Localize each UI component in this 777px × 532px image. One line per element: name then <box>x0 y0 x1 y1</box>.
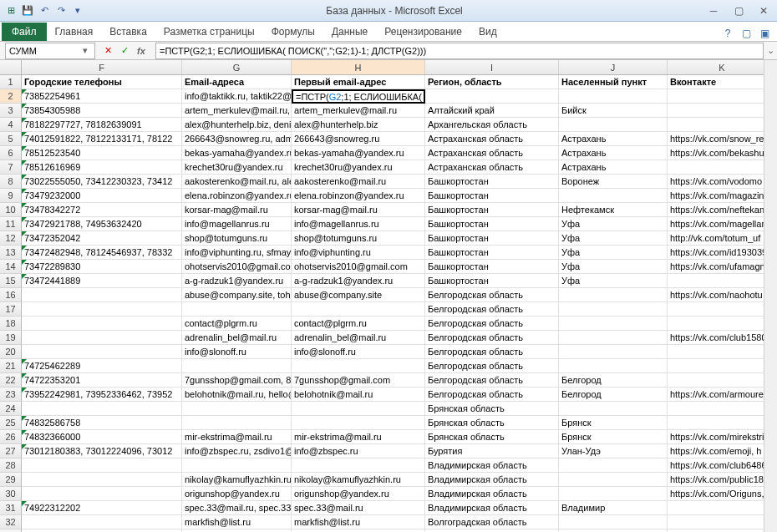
cell[interactable]: Email-адреса <box>182 75 292 89</box>
row-header[interactable]: 10 <box>0 203 22 217</box>
cell[interactable]: Уфа <box>559 260 668 274</box>
cell[interactable] <box>292 302 425 317</box>
cell[interactable]: belohotnik@mail.ru <box>292 388 425 402</box>
cell[interactable] <box>559 302 668 317</box>
cell[interactable]: https://vk.com/magellan <box>668 217 777 231</box>
excel-icon[interactable]: ⊞ <box>3 3 18 18</box>
name-box[interactable]: СУММ ▾ <box>5 43 95 59</box>
cell[interactable]: 73852254961 <box>22 89 182 104</box>
maximize-button[interactable]: ▢ <box>729 4 749 18</box>
cell[interactable]: Башкортостан <box>425 260 559 274</box>
row-header[interactable]: 4 <box>0 118 22 132</box>
cell[interactable]: Брянск <box>559 430 668 444</box>
cell[interactable]: spec.33@mail.ru <box>292 501 425 515</box>
cell[interactable]: elena.robinzon@yandex.ru <box>292 189 425 203</box>
row-header[interactable]: 30 <box>0 487 22 501</box>
cell[interactable]: alex@hunterhelp.biz, denis@hunterhelp <box>182 118 292 132</box>
cell[interactable]: info@zbspec.ru, zsdivo1@mail. <box>182 444 292 459</box>
cell[interactable]: aakosterenko@mail.ru <box>292 175 425 189</box>
cell[interactable]: https://vk.com/emoji, h <box>668 444 777 459</box>
row-header[interactable]: 29 <box>0 473 22 487</box>
undo-icon[interactable]: ↶ <box>37 3 52 18</box>
cell[interactable] <box>22 515 182 529</box>
select-all-corner[interactable] <box>0 60 22 74</box>
cell[interactable]: Астраханская область <box>425 146 559 160</box>
cell[interactable]: info@slonoff.ru <box>182 345 292 359</box>
cell[interactable]: bekas-yamaha@yandex.ru <box>292 146 425 160</box>
cell[interactable] <box>668 373 777 388</box>
cell[interactable] <box>22 302 182 317</box>
column-header[interactable]: J <box>559 60 668 74</box>
cell[interactable]: Архангельская область <box>425 118 559 132</box>
cell[interactable] <box>668 160 777 175</box>
cell[interactable]: 74832586758 <box>22 416 182 430</box>
cell[interactable] <box>182 359 292 373</box>
ribbon-tab[interactable]: Главная <box>47 23 102 41</box>
row-header[interactable]: 14 <box>0 260 22 274</box>
row-header[interactable]: 21 <box>0 359 22 373</box>
cell[interactable] <box>668 416 777 430</box>
cell[interactable]: Уфа <box>559 246 668 260</box>
cell[interactable]: abuse@company.site, tohunt31 <box>182 288 292 302</box>
save-icon[interactable]: 💾 <box>20 3 35 18</box>
cell[interactable] <box>22 459 182 473</box>
cell[interactable]: https://vk.com/magazin <box>668 189 777 203</box>
cell[interactable]: Белгородская область <box>425 288 559 302</box>
cell[interactable]: Башкортостан <box>425 203 559 217</box>
cell[interactable]: Белгородская область <box>425 345 559 359</box>
cell[interactable]: Вконтакте <box>668 75 777 89</box>
cell[interactable]: 78512616969 <box>22 160 182 175</box>
cell[interactable] <box>559 487 668 501</box>
cell[interactable]: Белгородская область <box>425 331 559 345</box>
cell[interactable] <box>559 89 668 104</box>
cell[interactable]: markfish@list.ru <box>182 515 292 529</box>
cell[interactable]: https://vk.com/public18 <box>668 473 777 487</box>
cell[interactable]: contact@plgrm.ru <box>182 317 292 331</box>
cell[interactable]: Белгородская область <box>425 388 559 402</box>
cell[interactable]: markfish@list.ru <box>292 515 425 529</box>
qat-dropdown-icon[interactable]: ▾ <box>70 3 85 18</box>
cell[interactable]: 73472441889 <box>22 274 182 288</box>
cell[interactable] <box>22 331 182 345</box>
cell[interactable] <box>668 501 777 515</box>
cell[interactable]: https://vk.com/id193039 <box>668 246 777 260</box>
cell[interactable]: https://vk.com/armoure <box>668 388 777 402</box>
cell[interactable]: Астраханская область <box>425 132 559 146</box>
cell[interactable]: Башкортостан <box>425 274 559 288</box>
row-header[interactable]: 25 <box>0 416 22 430</box>
row-header[interactable]: 15 <box>0 274 22 288</box>
cell[interactable]: mir-ekstrima@mail.ru <box>292 430 425 444</box>
cell[interactable]: Башкортостан <box>425 175 559 189</box>
cell[interactable]: 74832366000 <box>22 430 182 444</box>
cell[interactable]: https://vk.com/naohotu <box>668 288 777 302</box>
row-header[interactable]: 31 <box>0 501 22 515</box>
cell[interactable]: 74012591822, 78122133171, 78122 <box>22 132 182 146</box>
cell[interactable]: info@magellanrus.ru <box>292 217 425 231</box>
cell[interactable]: 74725462289 <box>22 359 182 373</box>
cell[interactable]: 73472289830 <box>22 260 182 274</box>
cell[interactable]: Регион, область <box>425 75 559 89</box>
cell[interactable]: https://vk.com/neftekan <box>668 203 777 217</box>
row-header[interactable]: 28 <box>0 459 22 473</box>
ribbon-tab[interactable]: Вставка <box>101 23 155 41</box>
minimize-button[interactable]: ─ <box>703 4 724 18</box>
cell[interactable]: Волгоградская область <box>425 515 559 529</box>
cell[interactable] <box>292 416 425 430</box>
row-header[interactable]: 19 <box>0 331 22 345</box>
cell[interactable]: 78512523540 <box>22 146 182 160</box>
cell[interactable]: Владимирская область <box>425 501 559 515</box>
cell[interactable] <box>668 274 777 288</box>
row-header[interactable]: 1 <box>0 75 22 89</box>
cell[interactable]: Улан-Удэ <box>559 444 668 459</box>
cell[interactable]: Бийск <box>559 104 668 118</box>
cell[interactable]: Алтайский край <box>425 104 559 118</box>
cell[interactable]: https://vk.com/Origuns, <box>668 487 777 501</box>
row-header[interactable]: 8 <box>0 175 22 189</box>
column-header[interactable]: H <box>292 60 425 74</box>
cell[interactable]: info@viphunting.ru, sfmayak@ <box>182 246 292 260</box>
cell[interactable]: Брянская область <box>425 430 559 444</box>
formula-expand-icon[interactable]: ⌄ <box>764 45 777 56</box>
file-tab[interactable]: Файл <box>2 23 47 41</box>
cell[interactable]: Белгородская область <box>425 317 559 331</box>
cell[interactable]: Владимирская область <box>425 473 559 487</box>
